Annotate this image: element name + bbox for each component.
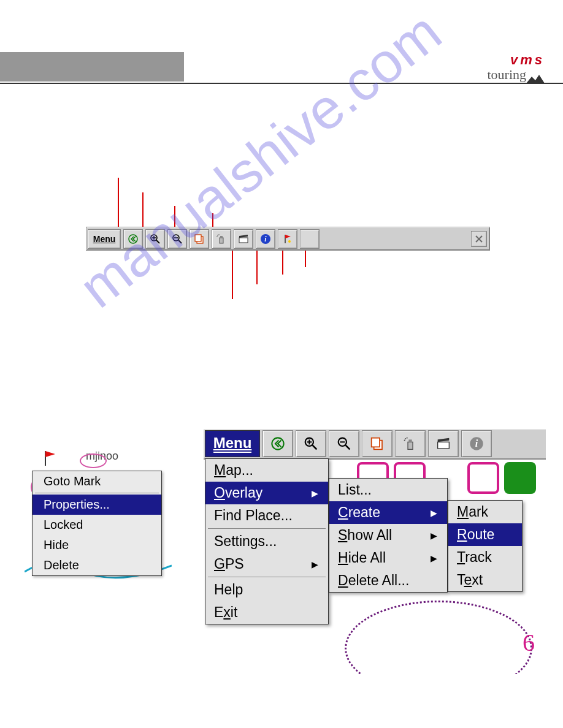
menu-column-overlay: List... Create▶ Show All▶ Hide All▶ Dele… [329, 478, 448, 593]
context-menu: Goto Mark Properties... Locked Hide Dele… [32, 471, 162, 576]
flag-icon [43, 450, 58, 467]
copy-button[interactable] [362, 430, 393, 457]
svg-rect-33 [408, 442, 413, 449]
menu-item-find-place[interactable]: Find Place... [205, 504, 328, 527]
menu-item-hide[interactable]: Hide [33, 535, 161, 555]
clapper-button[interactable] [234, 229, 253, 249]
menu-item-list[interactable]: List... [329, 479, 447, 501]
info-button[interactable]: i [461, 430, 492, 457]
copy-button[interactable] [190, 229, 209, 249]
rewind-button[interactable] [123, 229, 143, 249]
menu-item-label: Settings... [214, 533, 277, 550]
menu-item-show-all[interactable]: Show All▶ [329, 524, 447, 547]
toolbar: Menu i [86, 227, 490, 251]
submenu-arrow-icon: ▶ [312, 559, 318, 569]
menu-item-exit[interactable]: Exit [205, 601, 328, 624]
menu-item-label: Help [214, 582, 243, 598]
callout-line [142, 192, 144, 227]
header-divider [0, 83, 563, 84]
menu-item-help[interactable]: Help [205, 578, 328, 601]
menu-item-label: Overlay [214, 485, 262, 501]
menu-item-label: Mark [457, 504, 488, 520]
callout-line [174, 206, 175, 227]
menu-item-overlay[interactable]: Overlay▶ [205, 482, 328, 504]
menu-item-mark[interactable]: Mark [448, 501, 522, 523]
menu-item-label: Delete All... [338, 572, 409, 589]
submenu-arrow-icon: ▶ [431, 553, 437, 563]
menu-button-label: Menu [93, 234, 116, 244]
menu-item-create[interactable]: Create▶ [329, 501, 447, 524]
zoom-in-button[interactable] [145, 229, 165, 249]
menu-item-delete-all[interactable]: Delete All... [329, 569, 447, 592]
menu-button-label: Menu [213, 434, 252, 453]
menu-item-label: Goto Mark [44, 474, 101, 488]
menu-item-map[interactable]: Map... [205, 459, 328, 482]
svg-point-36 [407, 438, 408, 439]
menu-item-goto-mark[interactable]: Goto Mark [33, 471, 161, 491]
watermark: manualshive.com [67, 0, 453, 320]
menu-item-track[interactable]: Track [448, 546, 522, 569]
svg-line-25 [313, 446, 317, 450]
menu-item-label: GPS [214, 556, 244, 572]
zoom-out-button[interactable] [329, 430, 359, 457]
svg-rect-32 [372, 438, 380, 447]
menu-item-label: Hide All [338, 550, 386, 566]
flag-button[interactable] [278, 229, 297, 249]
menu-item-label: List... [338, 482, 372, 498]
logo-bottom: touring [487, 67, 526, 83]
menu-item-label: Track [457, 549, 492, 566]
empty-button[interactable] [300, 229, 320, 249]
menu-button[interactable]: Menu [205, 430, 260, 457]
menu-item-delete[interactable]: Delete [33, 555, 161, 575]
clapper-button[interactable] [428, 430, 459, 457]
svg-point-19 [288, 240, 291, 243]
menu-item-label: Exit [214, 604, 237, 621]
callout-line [305, 250, 306, 267]
callout-line [232, 250, 233, 299]
brand-logo: vms touring [487, 52, 545, 83]
menu-item-label: Route [457, 526, 494, 543]
menu-item-label: Delete [44, 558, 79, 572]
menu-separator [35, 493, 159, 493]
submenu-arrow-icon: ▶ [431, 531, 437, 540]
menu-item-label: Locked [44, 518, 83, 531]
menu-column-main: Map... Overlay▶ Find Place... Settings..… [205, 458, 329, 624]
callout-line [282, 250, 283, 275]
menu-item-locked[interactable]: Locked [33, 515, 161, 535]
spray-button[interactable] [212, 229, 231, 249]
svg-point-12 [217, 235, 218, 236]
rewind-button[interactable] [262, 430, 293, 457]
svg-line-29 [346, 446, 350, 450]
svg-point-13 [218, 234, 220, 235]
menu-item-properties[interactable]: Properties... [33, 495, 161, 515]
submenu-arrow-icon: ▶ [312, 488, 318, 498]
menu-item-gps[interactable]: GPS▶ [205, 553, 328, 575]
info-button[interactable]: i [256, 229, 275, 249]
callout-line [256, 250, 258, 284]
menu-item-label: Text [457, 572, 483, 588]
svg-point-35 [405, 438, 406, 439]
svg-text:i: i [475, 438, 478, 449]
close-button[interactable] [471, 231, 487, 247]
menu-button[interactable]: Menu [88, 229, 121, 249]
menu-item-label: Map... [214, 462, 253, 479]
svg-rect-11 [220, 236, 223, 238]
menu-item-hide-all[interactable]: Hide All▶ [329, 547, 447, 569]
svg-rect-15 [239, 238, 248, 243]
zoom-out-button[interactable] [167, 229, 187, 249]
menu-separator [208, 577, 326, 577]
svg-point-14 [216, 236, 218, 237]
menu-item-label: Find Place... [214, 507, 293, 524]
svg-point-37 [404, 440, 405, 441]
svg-rect-34 [408, 439, 412, 442]
spray-button[interactable] [395, 430, 426, 457]
menu-item-settings[interactable]: Settings... [205, 530, 328, 553]
menu-item-label: Show All [338, 527, 392, 544]
menu-item-label: Properties... [44, 498, 110, 511]
menu-item-route[interactable]: Route [448, 523, 522, 546]
header-gray-band [0, 52, 184, 82]
context-menu-screenshot: mjinoo Goto Mark Properties... Locked Hi… [25, 446, 172, 590]
menu-item-text[interactable]: Text [448, 569, 522, 591]
zoom-in-button[interactable] [296, 430, 326, 457]
main-menu-screenshot: 6 Menu i Map... Overlay▶ Find Place... S [204, 429, 546, 674]
